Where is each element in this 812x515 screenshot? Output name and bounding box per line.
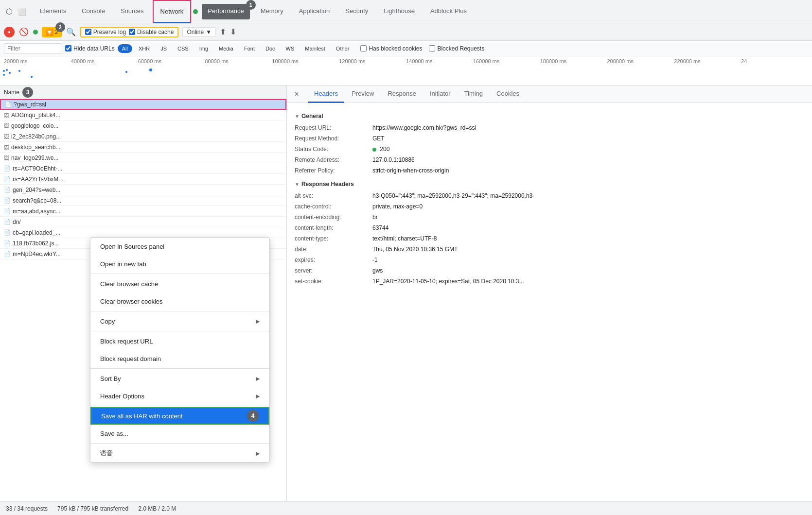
- pill-xhr[interactable]: XHR: [134, 44, 154, 53]
- menu-clear-cookies[interactable]: Clear browser cookies: [90, 292, 269, 310]
- request-name-13: 118.fb73b062.js...: [13, 240, 59, 247]
- request-item-7[interactable]: 📄 rs=AA2YrTsVbxM...: [0, 174, 286, 185]
- stop-recording-btn[interactable]: ●: [4, 27, 15, 37]
- referrer-policy-key: Referrer Policy:: [295, 166, 372, 175]
- request-item-2[interactable]: 🖼 googlelogo_colo...: [0, 120, 286, 131]
- transferred-size: 795 kB / 795 kB transferred: [57, 505, 128, 512]
- request-item-3[interactable]: 🖼 i2_2ec824b0.png...: [0, 131, 286, 142]
- pill-media[interactable]: Media: [214, 44, 238, 53]
- request-item-0[interactable]: 📄 ?gws_rd=ssl: [0, 99, 286, 110]
- tab-performance[interactable]: Performance: [202, 4, 249, 19]
- menu-clear-cache[interactable]: Clear browser cache: [90, 275, 269, 292]
- alt-svc-row: alt-svc: h3-Q050=":443"; ma=2592000,h3-2…: [295, 191, 804, 200]
- tab-console[interactable]: Console: [75, 0, 112, 23]
- tab-elements[interactable]: Elements: [33, 0, 73, 23]
- timeline-label-4: 80000 ms: [205, 58, 272, 64]
- svg-point-4: [18, 70, 20, 72]
- blocked-requests-checkbox[interactable]: Blocked Requests: [429, 45, 484, 52]
- pill-img[interactable]: Img: [195, 44, 212, 53]
- file-icon-11: 📄: [4, 219, 11, 225]
- timeline-label-5: 100000 ms: [272, 58, 339, 64]
- request-item-11[interactable]: 📄 dn/: [0, 217, 286, 227]
- device-toggle-icon[interactable]: ⬜: [17, 6, 27, 17]
- remote-address-key: Remote Address:: [295, 155, 372, 164]
- tab-cookies[interactable]: Cookies: [491, 86, 525, 103]
- menu-copy[interactable]: Copy ▶: [90, 312, 269, 330]
- menu-save-as[interactable]: Save as...: [90, 425, 269, 442]
- request-item-6[interactable]: 📄 rs=ACT9OoEhht-...: [0, 163, 286, 174]
- tab-lighthouse[interactable]: Lighthouse: [377, 0, 422, 23]
- set-cookie-row: set-cookie: 1P_JAR=2020-11-05-10; expire…: [295, 277, 804, 286]
- status-dot: [33, 30, 38, 34]
- request-item-5[interactable]: 🖼 nav_logo299.we...: [0, 153, 286, 163]
- requests-count: 33 / 34 requests: [6, 505, 48, 512]
- tab-sources[interactable]: Sources: [114, 0, 151, 23]
- name-column-header: Name 3: [4, 87, 33, 98]
- filter-input[interactable]: [4, 43, 62, 54]
- tab-headers[interactable]: Headers: [308, 86, 344, 103]
- pill-other[interactable]: Other: [332, 44, 354, 53]
- tab-application[interactable]: Application: [292, 0, 337, 23]
- tab-network[interactable]: Network: [153, 0, 192, 23]
- close-panel-btn[interactable]: ×: [291, 88, 302, 100]
- network-throttle-select[interactable]: Online ▼: [182, 27, 216, 37]
- tab-memory[interactable]: Memory: [254, 0, 290, 23]
- pill-css[interactable]: CSS: [173, 44, 193, 53]
- general-section-title: General: [295, 113, 804, 120]
- request-item-8[interactable]: 📄 gen_204?s=web...: [0, 185, 286, 195]
- tab-response[interactable]: Response: [382, 86, 422, 103]
- request-item-9[interactable]: 📄 search?q&cp=08...: [0, 195, 286, 206]
- right-tabs: × Headers Preview Response Initiator Tim…: [287, 86, 812, 103]
- request-item-1[interactable]: 🖼 ADGmqu_pfsLk4...: [0, 110, 286, 120]
- pill-ws[interactable]: WS: [282, 44, 299, 53]
- menu-open-new-tab[interactable]: Open in new tab: [90, 255, 269, 273]
- upload-icon[interactable]: ⬆: [220, 27, 226, 36]
- disable-cache-checkbox[interactable]: Disable cache: [129, 29, 174, 35]
- content-length-row: content-length: 63744: [295, 223, 804, 232]
- remote-address-value: 127.0.0.1:10886: [372, 155, 415, 164]
- preserve-log-input[interactable]: [85, 29, 91, 35]
- download-icon[interactable]: ⬇: [230, 27, 236, 36]
- disable-cache-input[interactable]: [129, 29, 135, 35]
- cache-control-row: cache-control: private, max-age=0: [295, 202, 804, 211]
- pill-js[interactable]: JS: [156, 44, 171, 53]
- tab-preview[interactable]: Preview: [346, 86, 380, 103]
- content-type-key: content-type:: [295, 234, 372, 243]
- hide-data-urls-checkbox[interactable]: Hide data URLs: [65, 45, 115, 52]
- has-blocked-cookies-checkbox[interactable]: Has blocked cookies: [360, 45, 422, 52]
- cache-control-key: cache-control:: [295, 202, 372, 211]
- request-name-0: ?gws_rd=ssl: [14, 101, 46, 108]
- menu-block-url[interactable]: Block request URL: [90, 332, 269, 350]
- search-network-btn[interactable]: 🔍: [66, 27, 76, 37]
- menu-save-har[interactable]: Save all as HAR with content 4: [90, 407, 269, 425]
- tab-timing[interactable]: Timing: [459, 86, 489, 103]
- menu-header-options[interactable]: Header Options ▶: [90, 387, 269, 405]
- request-url-row: Request URL: https://www.google.com.hk/?…: [295, 123, 804, 132]
- pill-manifest[interactable]: Manifest: [300, 44, 330, 53]
- pill-font[interactable]: Font: [240, 44, 259, 53]
- menu-voice[interactable]: 语音 ▶: [90, 445, 269, 462]
- cursor-icon[interactable]: ⬡: [4, 6, 15, 17]
- tab-security[interactable]: Security: [338, 0, 375, 23]
- menu-separator-1: [90, 274, 269, 274]
- clear-btn[interactable]: 🚫: [18, 27, 29, 37]
- request-method-value: GET: [372, 134, 385, 143]
- chevron-down-icon: ▼: [206, 29, 212, 35]
- preserve-log-checkbox[interactable]: Preserve log: [85, 29, 126, 35]
- pill-doc[interactable]: Doc: [261, 44, 280, 53]
- menu-open-sources[interactable]: Open in Sources panel: [90, 238, 269, 255]
- network-toolbar: ● 🚫 🔽 2 2 🔍 Preserve log Disable cache O…: [0, 23, 812, 41]
- tab-initiator[interactable]: Initiator: [424, 86, 457, 103]
- tab-adblock[interactable]: Adblock Plus: [424, 0, 474, 23]
- pill-all[interactable]: All: [118, 44, 132, 53]
- request-item-12[interactable]: 📄 cb=gapi.loaded_...: [0, 227, 286, 238]
- timeline-label-9: 180000 ms: [540, 58, 607, 64]
- request-item-4[interactable]: 🖼 desktop_searchb...: [0, 142, 286, 153]
- request-item-10[interactable]: 📄 m=aa,abd,async...: [0, 206, 286, 217]
- name-label: Name: [4, 89, 19, 96]
- filter-badge-btn[interactable]: 🔽 2 2: [42, 27, 62, 37]
- menu-block-domain[interactable]: Block request domain: [90, 350, 269, 367]
- menu-sort-by[interactable]: Sort By ▶: [90, 370, 269, 387]
- request-url-value: https://www.google.com.hk/?gws_rd=ssl: [372, 123, 476, 132]
- request-name-3: i2_2ec824b0.png...: [11, 133, 61, 140]
